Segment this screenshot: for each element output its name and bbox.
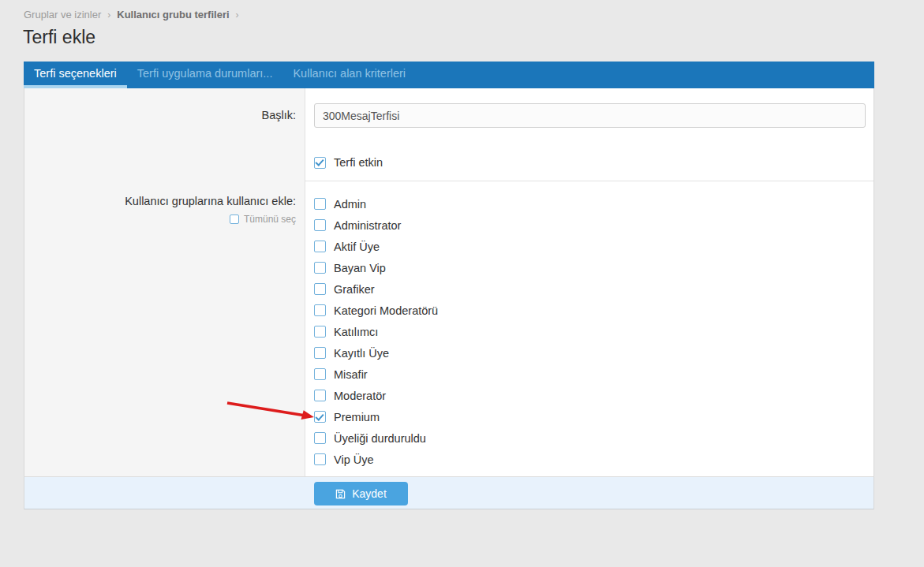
- usergroup-row[interactable]: Katılımcı: [314, 321, 866, 342]
- breadcrumb-item-1[interactable]: Kullanıcı grubu terfileri: [117, 9, 229, 21]
- breadcrumb: Gruplar ve izinler›Kullanıcı grubu terfi…: [24, 9, 245, 21]
- usergroup-row[interactable]: Kayıtlı Üye: [314, 342, 866, 364]
- usergroup-checkbox-1[interactable]: [314, 219, 326, 231]
- title-field-label: Başlık:: [261, 103, 296, 128]
- usergroup-row[interactable]: Misafir: [314, 364, 866, 385]
- label-column: Başlık: Kullanıcı gruplarına kullanıcı e…: [24, 88, 305, 476]
- form-body: Başlık: Kullanıcı gruplarına kullanıcı e…: [24, 88, 874, 476]
- usergroup-row[interactable]: Bayan Vip: [314, 257, 866, 278]
- usergroup-checkbox-3[interactable]: [314, 262, 326, 274]
- promotion-enabled-checkbox[interactable]: [314, 157, 326, 169]
- usergroups-field-label: Kullanıcı gruplarına kullanıcı ekle:: [125, 195, 296, 207]
- usergroup-label: Bayan Vip: [334, 262, 386, 274]
- save-button-label: Kaydet: [352, 487, 387, 500]
- breadcrumb-separator-icon: ›: [236, 9, 239, 21]
- breadcrumb-item-0[interactable]: Gruplar ve izinler: [24, 9, 101, 21]
- usergroup-row[interactable]: Moderatör: [314, 385, 866, 406]
- usergroup-label: Üyeliği durduruldu: [334, 432, 426, 445]
- usergroup-checkbox-6[interactable]: [314, 326, 326, 338]
- usergroup-label: Kategori Moderatörü: [334, 304, 438, 317]
- usergroup-label: Aktif Üye: [334, 241, 380, 253]
- save-button[interactable]: Kaydet: [314, 482, 408, 505]
- tab-bar: Terfi seçenekleriTerfi uygulama durumlar…: [24, 62, 874, 88]
- usergroup-checkbox-0[interactable]: [314, 198, 326, 210]
- usergroup-label: Administrator: [334, 219, 401, 232]
- page-title: Terfi ekle: [23, 27, 95, 48]
- usergroup-row[interactable]: Aktif Üye: [314, 236, 866, 257]
- usergroup-checkbox-11[interactable]: [314, 432, 326, 444]
- input-column: Terfi etkin AdminAdministratorAktif ÜyeB…: [305, 88, 873, 476]
- promotion-enabled-row[interactable]: Terfi etkin: [314, 156, 866, 169]
- tab-2[interactable]: Kullanıcı alan kriterleri: [282, 62, 416, 88]
- usergroup-row[interactable]: Administrator: [314, 214, 866, 236]
- title-input[interactable]: [314, 103, 866, 128]
- usergroup-checkbox-10[interactable]: [314, 411, 326, 423]
- usergroup-label: Misafir: [334, 368, 368, 381]
- usergroup-row[interactable]: Grafiker: [314, 278, 866, 300]
- usergroup-checkbox-8[interactable]: [314, 368, 326, 380]
- select-all-label: Tümünü seç: [244, 214, 296, 225]
- promotion-enabled-label: Terfi etkin: [334, 156, 383, 169]
- usergroup-label: Kayıtlı Üye: [334, 347, 389, 360]
- usergroup-row[interactable]: Kategori Moderatörü: [314, 300, 866, 321]
- save-icon: [335, 489, 346, 499]
- tab-1[interactable]: Terfi uygulama durumları...: [127, 62, 283, 88]
- usergroup-checkbox-12[interactable]: [314, 453, 326, 465]
- usergroup-row[interactable]: Üyeliği durduruldu: [314, 427, 866, 449]
- admin-page: { "breadcrumb": { "separator": "›", "ite…: [0, 0, 924, 567]
- breadcrumb-separator-icon: ›: [107, 9, 110, 21]
- usergroup-label: Vip Üye: [334, 453, 374, 466]
- usergroup-label: Grafiker: [334, 283, 375, 296]
- tab-0[interactable]: Terfi seçenekleri: [24, 62, 127, 88]
- usergroup-checkbox-list: AdminAdministratorAktif ÜyeBayan VipGraf…: [314, 193, 866, 470]
- usergroup-label: Premium: [334, 411, 380, 423]
- usergroup-checkbox-7[interactable]: [314, 347, 326, 359]
- usergroup-label: Moderatör: [334, 390, 386, 402]
- usergroup-checkbox-4[interactable]: [314, 283, 326, 295]
- usergroup-checkbox-9[interactable]: [314, 390, 326, 401]
- footer-bar: Kaydet: [24, 476, 874, 509]
- usergroup-row[interactable]: Vip Üye: [314, 449, 866, 470]
- usergroup-row[interactable]: Premium: [314, 406, 866, 427]
- promotion-form-panel: Terfi seçenekleriTerfi uygulama durumlar…: [24, 62, 874, 509]
- usergroup-checkbox-2[interactable]: [314, 241, 326, 252]
- usergroup-checkbox-5[interactable]: [314, 304, 326, 316]
- select-all-checkbox[interactable]: [230, 214, 239, 224]
- select-all-row[interactable]: Tümünü seç: [230, 214, 296, 225]
- section-divider: [305, 181, 873, 181]
- usergroup-label: Katılımcı: [334, 326, 378, 338]
- usergroup-row[interactable]: Admin: [314, 193, 866, 214]
- usergroup-label: Admin: [334, 198, 366, 211]
